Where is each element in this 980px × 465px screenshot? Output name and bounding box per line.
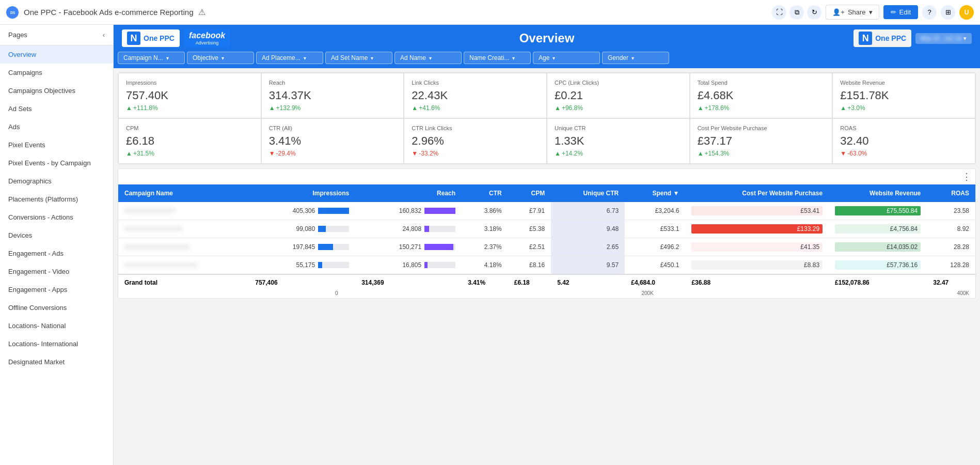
report-title: Overview (519, 31, 575, 45)
sidebar-nav: OverviewCampaignsCampaigns ObjectivesAd … (0, 45, 113, 371)
kpi-value: 314.37K (269, 89, 397, 102)
kpi-change: ▲ +96.8% (555, 104, 682, 112)
unique-ctr-cell: 9.48 (551, 220, 625, 238)
filter-label: Ad Set Name (331, 54, 368, 61)
share-chevron: ▾ (869, 8, 873, 16)
kpi-change-text: -33.2% (419, 150, 438, 157)
sidebar-item-campaigns[interactable]: Campaigns (0, 64, 113, 82)
kpi-arrow: ▲ (698, 104, 704, 112)
grand-total-row: Grand total 757,406 314,369 3.41% £6.18 … (118, 274, 975, 290)
table-row: ━━━━━━━━━━━━━━━━ 99,080 24,808 3.18% £5.… (118, 220, 975, 238)
sidebar-item-devices[interactable]: Devices (0, 226, 113, 244)
adname-filter[interactable]: Ad Name▾ (394, 52, 462, 64)
kpi-card-impressions: Impressions 757.40K ▲ +111.8% (118, 73, 261, 118)
topbar-left: DS One PPC - Facebook Ads e-commerce Rep… (6, 6, 206, 19)
filter-arrow: ▾ (512, 55, 515, 61)
revenue-cell: £57,736.16 (829, 256, 927, 275)
grid-icon[interactable]: ⊞ (941, 5, 955, 20)
sidebar-item-locations--international[interactable]: Locations- International (0, 335, 113, 353)
sidebar-item-ads[interactable]: Ads (0, 118, 113, 136)
facebook-badge: facebook Advertising (184, 29, 230, 48)
sidebar-item-engagement---apps[interactable]: Engagement - Apps (0, 281, 113, 299)
kpi-label: ROAS (840, 125, 968, 131)
th-ctr: CTR (462, 184, 508, 202)
sidebar-item-pixel-events---by-campaign[interactable]: Pixel Events - by Campaign (0, 154, 113, 172)
grand-total-cost: £36.88 (685, 274, 829, 290)
sidebar-item-placements-platforms[interactable]: Placements (Platforms) (0, 190, 113, 208)
sidebar-item-engagement---video[interactable]: Engagement - Video (0, 262, 113, 281)
campaign-filter[interactable]: Campaign N...▾ (118, 52, 185, 64)
sidebar-item-campaigns-objectives[interactable]: Campaigns Objectives (0, 82, 113, 100)
reach-bar (424, 208, 455, 214)
table-footer: Grand total 757,406 314,369 3.41% £6.18 … (118, 274, 975, 290)
edit-button[interactable]: ✏ Edit (883, 5, 918, 19)
creative-filter[interactable]: Name Creati...▾ (464, 52, 531, 64)
grand-total-label: Grand total (118, 274, 249, 290)
cost-value: £8.83 (691, 260, 823, 270)
reach-value: 16,805 (402, 261, 421, 269)
avatar[interactable]: U (959, 5, 974, 20)
kpi-change: ▲ +3.0% (840, 104, 968, 112)
copy-icon[interactable]: ⧉ (789, 5, 804, 20)
cost-cell: £8.83 (685, 256, 829, 275)
fullscreen-icon[interactable]: ⛶ (772, 5, 786, 20)
sidebar-item-designated-market[interactable]: Designated Market (0, 353, 113, 371)
kpi-card-website-revenue: Website Revenue £151.78K ▲ +3.0% (832, 73, 975, 118)
svg-text:DS: DS (10, 10, 15, 14)
spend-cell: £450.1 (625, 256, 685, 275)
app-title: One PPC - Facebook Ads e-commerce Report… (24, 8, 193, 17)
impressions-bar-fill (318, 262, 322, 268)
table-row: ━━━━━━━━━━━━━━━━━━━━ 55,175 16,805 4.18%… (118, 256, 975, 275)
sidebar-item-overview[interactable]: Overview (0, 45, 113, 64)
kpi-value: 757.40K (126, 89, 254, 102)
cpm-cell: £5.38 (508, 220, 551, 238)
impressions-bar (318, 208, 349, 214)
kpi-change: ▼ -29.4% (269, 150, 397, 157)
sidebar-item-ad-sets[interactable]: Ad Sets (0, 100, 113, 118)
revenue-cell: £4,756.84 (829, 220, 927, 238)
table-menu-icon[interactable]: ⋮ (962, 171, 971, 182)
age-filter[interactable]: Age▾ (533, 52, 600, 64)
kpi-change: ▲ +111.8% (126, 104, 254, 112)
kpi-change: ▲ +31.5% (126, 150, 254, 157)
table-row: ━━━━━━━━━━━━━━━━━━ 197,845 150,271 2.37%… (118, 238, 975, 256)
sidebar-item-demographics[interactable]: Demographics (0, 172, 113, 190)
gender-filter[interactable]: Gender▾ (602, 52, 669, 64)
revenue-value: £75,550.84 (835, 206, 921, 215)
placement-filter[interactable]: Ad Placeme...▾ (256, 52, 323, 64)
alert-icon: ⚠ (198, 7, 206, 17)
campaign-name-cell: ━━━━━━━━━━━━━━━━ (118, 220, 249, 238)
table-header: Campaign NameImpressionsReachCTRCPMUniqu… (118, 184, 975, 202)
kpi-label: Website Revenue (840, 80, 968, 86)
kpi-card-unique-ctr: Unique CTR 1.33K ▲ +14.2% (547, 118, 690, 164)
sidebar-item-offline-conversions[interactable]: Offline Conversions (0, 299, 113, 317)
objective-filter[interactable]: Objective▾ (187, 52, 254, 64)
kpi-label: Unique CTR (555, 125, 682, 131)
sidebar-item-pixel-events[interactable]: Pixel Events (0, 136, 113, 154)
kpi-label: Cost Per Website Purchase (698, 125, 825, 131)
sidebar-item-engagement---ads[interactable]: Engagement - Ads (0, 244, 113, 262)
help-icon[interactable]: ? (922, 5, 937, 20)
revenue-value: £14,035.02 (835, 242, 921, 252)
kpi-change-text: +3.0% (847, 104, 865, 112)
kpi-value: 32.40 (840, 134, 968, 148)
sidebar-item-conversions---actions[interactable]: Conversions - Actions (0, 208, 113, 226)
reach-bar-fill (424, 208, 455, 214)
kpi-value: 2.96% (412, 134, 539, 148)
adset-filter[interactable]: Ad Set Name▾ (325, 52, 392, 64)
main-content: N One PPC facebook Advertising Overview … (114, 25, 980, 465)
table-options: ⋮ (118, 169, 975, 184)
cost-cell: £133.29 (685, 220, 829, 238)
date-range-button[interactable]: May 15 - Jun 16 ▾ (915, 33, 972, 44)
reach-bar (424, 244, 455, 250)
sidebar-collapse-icon[interactable]: ‹ (103, 31, 105, 39)
sidebar-item-locations--national[interactable]: Locations- National (0, 317, 113, 335)
share-button[interactable]: 👤+ Share ▾ (826, 5, 879, 20)
th-cost-per-website-purchase: Cost Per Website Purchase (685, 184, 829, 202)
impressions-bar (318, 262, 349, 268)
kpi-change-text: +154.3% (705, 150, 730, 157)
report-header: N One PPC facebook Advertising Overview … (114, 25, 980, 52)
kpi-change-text: +41.6% (419, 104, 440, 112)
filter-label: Name Creati... (469, 54, 509, 61)
refresh-icon[interactable]: ↻ (807, 5, 821, 20)
